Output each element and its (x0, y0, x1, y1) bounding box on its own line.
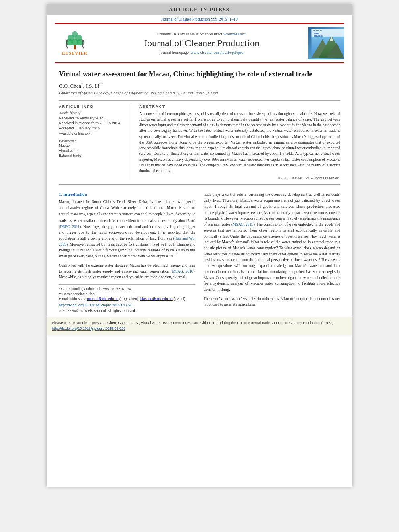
author2-sup: ** (99, 82, 103, 86)
ref-dsec-2011[interactable]: DSEC, 2011 (60, 225, 80, 229)
citation-text: Please cite this article in press as: Ch… (52, 321, 333, 331)
svg-line-17 (82, 46, 83, 49)
copyright-line: © 2015 Elsevier Ltd. All rights reserved… (139, 176, 340, 180)
email2-name: (J.S. Li). (173, 297, 186, 301)
homepage-url[interactable]: www.elsevier.com/locate/jclepro (191, 50, 243, 55)
sciencedirect-notice: Contents lists available at ScienceDirec… (95, 32, 308, 36)
svg-text:Production: Production (313, 35, 323, 37)
svg-rect-6 (74, 45, 76, 49)
journal-reference: Journal of Cleaner Production xxx (2015)… (47, 15, 352, 23)
footnote1: * Corresponding author. Tel.: +86 010 62… (59, 286, 195, 292)
revised-text: Received in revised form 29 July 2014 (59, 121, 120, 125)
svg-line-12 (67, 46, 68, 49)
body-col-right: trade plays a central role in sustaining… (204, 192, 340, 313)
svg-text:Cleaner: Cleaner (313, 33, 320, 35)
email2-link[interactable]: lijiashuo@pku.edu.cn (140, 297, 173, 301)
email1-name: (G.Q. Chen), (119, 297, 139, 301)
keywords-label: Keywords: (59, 139, 127, 143)
keywords-list: MacaoVirtual waterExternal trade (59, 143, 127, 158)
article-info: ARTICLE INFO Article history: Received 2… (59, 105, 131, 181)
journal-homepage: journal homepage: www.elsevier.com/locat… (95, 50, 308, 55)
abstract-label: ABSTRACT (139, 105, 340, 109)
footnotes-section: * Corresponding author. Tel.: +86 010 62… (59, 284, 195, 302)
journal-header: ELSEVIER Contents lists available at Sci… (55, 23, 344, 63)
body-content: 1. Introduction Macao, located in South … (59, 188, 340, 313)
received-date: Received 26 February 2014 Received in re… (59, 116, 127, 136)
journal-center: Contents lists available at ScienceDirec… (95, 32, 308, 55)
section-title: Introduction (63, 192, 87, 197)
doi-link[interactable]: http://dx.doi.org/10.1016/j.jclepro.2015… (59, 303, 195, 307)
homepage-label: journal homepage: (160, 50, 190, 55)
svg-text:Journal of: Journal of (313, 30, 322, 32)
elsevier-logo: ELSEVIER (55, 31, 95, 55)
ref-msag-2013[interactable]: MSAG, 2013 (232, 222, 253, 226)
citation-bar: Please cite this article in press as: Ch… (47, 317, 352, 335)
content-area: Virtual water assessment for Macao, Chin… (47, 70, 352, 313)
banner-text: ARTICLE IN PRESS (169, 6, 230, 12)
cleaner-prod-image: Journal of Cleaner Production (310, 29, 344, 58)
sciencedirect-label: Contents lists available at ScienceDirec… (157, 32, 222, 36)
accepted-text: Accepted 7 January 2015 (59, 126, 100, 130)
available-text: Available online xxx (59, 131, 90, 136)
email-footnote: E-mail addresses: gqchen@pku.edu.cn (G.Q… (59, 296, 195, 302)
section-1-heading: 1. Introduction (59, 192, 195, 197)
body-col-left: 1. Introduction Macao, located in South … (59, 192, 195, 313)
svg-point-13 (82, 40, 84, 42)
cleaner-production-logo: Journal of Cleaner Production (308, 27, 344, 59)
svg-point-7 (66, 40, 68, 42)
ref-msag-2010[interactable]: MSAG, 2010 (172, 269, 193, 273)
paper-title: Virtual water assessment for Macao, Chin… (59, 70, 340, 79)
article-info-label: ARTICLE INFO (59, 105, 127, 109)
svg-line-11 (66, 46, 67, 49)
email1-link[interactable]: gqchen@pku.edu.cn (87, 297, 118, 301)
author1-sup: * (81, 82, 83, 86)
journal-ref-link[interactable]: Journal of Cleaner Production xxx (2015)… (161, 17, 237, 21)
author-names: G.Q. Chen*, J.S. Li** (59, 83, 103, 89)
authors: G.Q. Chen*, J.S. Li** (59, 82, 340, 89)
article-info-abstract-section: ARTICLE INFO Article history: Received 2… (59, 100, 340, 181)
intro-para3: trade plays a central role in sustaining… (204, 192, 340, 292)
footnote2: ** Corresponding author. (59, 292, 195, 297)
svg-line-18 (83, 46, 84, 49)
abstract-text: As conventional heterotrophic systems, c… (139, 111, 340, 174)
intro-para1: Macao, located in South China's Pearl Ri… (59, 199, 195, 259)
ref-hao-wu-2009[interactable]: Hao and Wu, 2009 (59, 236, 195, 246)
email-label: E-mail addresses: (59, 297, 86, 301)
abstract-section: ABSTRACT As conventional heterotrophic s… (139, 105, 340, 181)
elsevier-label-text: ELSEVIER (62, 51, 88, 55)
section-number: 1. (59, 192, 62, 197)
elsevier-tree-icon (63, 31, 87, 51)
article-in-press-banner: ARTICLE IN PRESS (47, 4, 352, 15)
affiliation: Laboratory of Systems Ecology, College o… (59, 91, 340, 95)
received-text: Received 26 February 2014 (59, 116, 103, 120)
intro-para2: Confronted with the extreme water shorta… (59, 263, 195, 280)
sciencedirect-link[interactable]: ScienceDirect (223, 32, 246, 36)
history-label: Article history: (59, 111, 127, 115)
page: ARTICLE IN PRESS Journal of Cleaner Prod… (47, 4, 352, 487)
citation-doi-link[interactable]: http://dx.doi.org/10.1016/j.jclepro.2015… (52, 327, 125, 331)
journal-title: Journal of Cleaner Production (95, 38, 308, 49)
issn-text: 0959-6526/© 2015 Elsevier Ltd. All right… (59, 309, 195, 313)
divider (59, 184, 340, 185)
intro-para4: The term "virtual water" was first intro… (204, 296, 340, 308)
